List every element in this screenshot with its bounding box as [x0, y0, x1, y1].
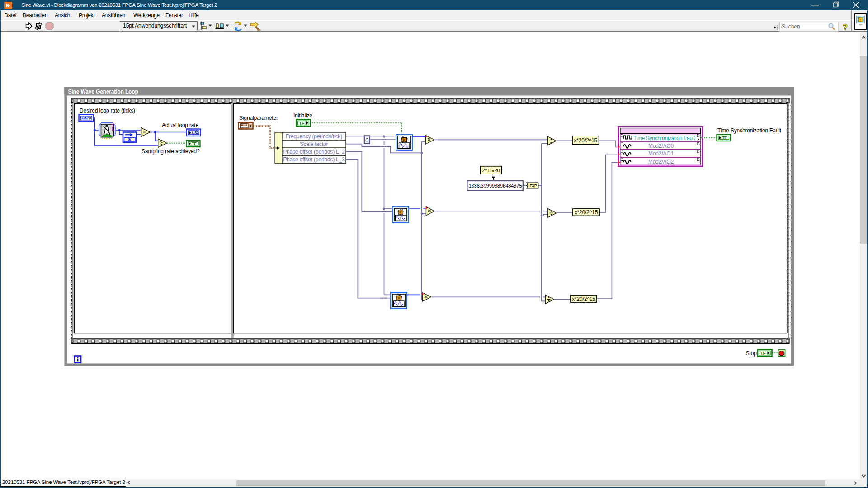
svg-text:TF: TF [299, 121, 305, 126]
svg-text:Mod2/AO1: Mod2/AO1 [648, 150, 674, 157]
svg-text:Stop: Stop [746, 350, 757, 357]
svg-text:U32: U32 [192, 131, 199, 135]
svg-text:1638,399993896484375: 1638,399993896484375 [469, 183, 522, 188]
svg-text:Initialize: Initialize [293, 113, 312, 119]
svg-text:Actual loop rate: Actual loop rate [162, 122, 198, 128]
svg-text:Desired loop rate (ticks): Desired loop rate (ticks) [80, 108, 135, 114]
svg-text:0: 0 [365, 137, 368, 144]
svg-text:Time Synchronization Fault: Time Synchronization Fault [717, 127, 782, 134]
svg-text:Frequency (periods/tick): Frequency (periods/tick) [286, 133, 342, 140]
svg-text:x*20/2^15: x*20/2^15 [572, 296, 595, 302]
svg-text:Mod2/AO2: Mod2/AO2 [648, 159, 674, 165]
svg-text:x*20/2^15: x*20/2^15 [574, 137, 597, 144]
svg-text:TF: TF [192, 141, 197, 146]
svg-text:Sampling rate achieved?: Sampling rate achieved? [142, 148, 200, 155]
svg-text:TF: TF [722, 136, 727, 140]
svg-text:Signalparameter: Signalparameter [239, 115, 278, 121]
svg-text:Mod2/AO0: Mod2/AO0 [648, 143, 674, 149]
svg-text:2^15/20: 2^15/20 [482, 168, 500, 173]
svg-text:TF: TF [760, 351, 766, 356]
svg-text:x*20/2^15: x*20/2^15 [575, 209, 598, 216]
svg-text:U32: U32 [82, 116, 89, 120]
svg-text:Scale factor: Scale factor [300, 141, 328, 147]
svg-text:FXP: FXP [530, 183, 538, 188]
svg-text:Phase offset (periods) L_3: Phase offset (periods) L_3 [283, 156, 345, 163]
svg-text:Time Synchronization Fault: Time Synchronization Fault [633, 135, 695, 141]
svg-text:Sine Wave Generation Loop: Sine Wave Generation Loop [68, 89, 138, 95]
svg-text:Phase offset (periods) L_2: Phase offset (periods) L_2 [283, 149, 345, 155]
